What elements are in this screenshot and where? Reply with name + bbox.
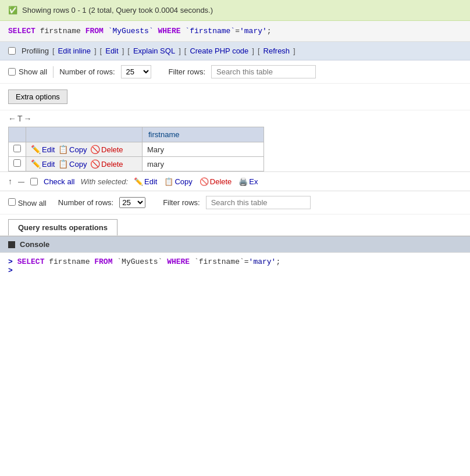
row2-edit-link[interactable]: ✏️ Edit: [31, 159, 55, 169]
sql-condition-col: `firstname`: [185, 27, 235, 35]
bulk-copy-icon: 📋: [164, 177, 173, 186]
console-prompt: >: [8, 257, 13, 266]
edit-icon-row2: ✏️: [31, 159, 41, 169]
row1-checkbox-cell: [9, 142, 26, 157]
edit-inline-link[interactable]: Edit inline: [58, 46, 91, 55]
table-section: ← T → firstname ✏️ Edit: [0, 110, 470, 171]
console-cursor-line: >: [8, 266, 462, 275]
copy-icon-row2: 📋: [58, 159, 68, 169]
sort-line-icon: —: [18, 178, 24, 185]
bulk-edit-icon: ✏️: [134, 177, 143, 186]
num-rows-bottom-label: Number of rows:: [58, 198, 113, 207]
num-rows-label: Number of rows:: [59, 67, 115, 76]
row1-actions-cell: ✏️ Edit 📋 Copy 🚫 Delete: [26, 142, 143, 157]
delete-icon-row2: 🚫: [90, 159, 100, 169]
check-all-link[interactable]: Check all: [44, 177, 74, 186]
query-results-section: Query results operations: [0, 214, 470, 236]
console-icon: [8, 241, 15, 248]
data-table: firstname ✏️ Edit 📋 Copy: [8, 127, 264, 171]
row2-value-cell: mary: [143, 157, 264, 171]
check-all-checkbox[interactable]: [30, 178, 38, 185]
col-resize-header: ← T →: [8, 110, 470, 127]
table-header-actions-col: [26, 127, 143, 142]
delete-icon-row1: 🚫: [90, 145, 100, 154]
profiling-label: Profiling: [22, 46, 49, 55]
col-resize-center-icon: T: [17, 114, 23, 123]
bulk-copy-link[interactable]: 📋 Copy: [164, 177, 192, 186]
console-tbl: `MyGuests`: [117, 257, 167, 266]
sql-semi: ;: [267, 27, 272, 35]
console-sql-line: > SELECT firstname FROM `MyGuests` WHERE…: [8, 257, 462, 266]
num-rows-select[interactable]: 25 50 100 250 500: [121, 65, 151, 78]
console-cursor: >: [8, 266, 13, 275]
sql-table-name: `MyGuests`: [108, 27, 154, 35]
query-results-tab[interactable]: Query results operations: [8, 219, 117, 235]
edit-link[interactable]: Edit: [105, 46, 118, 55]
sql-from-keyword: FROM: [86, 27, 104, 35]
console-cond: `firstname`=: [194, 257, 249, 266]
sql-select-keyword: SELECT: [8, 27, 35, 35]
row2-actions-cell: ✏️ Edit 📋 Copy 🚫 Delete: [26, 157, 143, 171]
sql-display: SELECT firstname FROM `MyGuests` WHERE `…: [0, 21, 470, 42]
table-header-checkbox-col: [9, 127, 26, 142]
bulk-edit-link[interactable]: ✏️ Edit: [134, 177, 157, 186]
show-all-label[interactable]: Show all: [8, 67, 47, 76]
sql-col-value: firstname: [40, 27, 81, 35]
console-select-kw: SELECT: [17, 257, 45, 266]
table-header-firstname: firstname: [143, 127, 264, 142]
table-row: ✏️ Edit 📋 Copy 🚫 Delete Mary: [9, 142, 264, 157]
row2-delete-link[interactable]: 🚫 Delete: [90, 159, 123, 169]
row1-copy-link[interactable]: 📋 Copy: [58, 145, 87, 154]
row1-edit-link[interactable]: ✏️ Edit: [31, 145, 55, 154]
profiling-bar: Profiling [ Edit inline ] [ Edit ] [ Exp…: [0, 42, 470, 60]
row2-checkbox-cell: [9, 157, 26, 171]
top-toolbar: Show all Number of rows: 25 50 100 250 5…: [0, 60, 470, 84]
copy-icon-row1: 📋: [58, 145, 68, 154]
num-rows-bottom-select[interactable]: 25 50 100 250 500: [119, 197, 145, 208]
search-input-bottom[interactable]: [206, 196, 311, 209]
sort-icon: ↑: [8, 177, 12, 186]
sql-equals: =: [235, 27, 240, 35]
col-resize-left-icon[interactable]: ←: [8, 114, 16, 123]
success-icon: ✅: [8, 6, 17, 15]
search-input-top[interactable]: [211, 65, 316, 78]
filter-rows-bottom-label: Filter rows:: [163, 198, 200, 207]
profiling-checkbox[interactable]: [8, 47, 16, 55]
show-all-checkbox[interactable]: [8, 68, 16, 76]
sql-condition-val: 'mary': [240, 27, 267, 35]
refresh-link[interactable]: Refresh: [264, 46, 290, 55]
extra-options-section: Extra options: [0, 84, 470, 110]
explain-sql-link[interactable]: Explain SQL: [133, 46, 175, 55]
console-from-kw: FROM: [94, 257, 112, 266]
show-all-bottom-checkbox[interactable]: [8, 198, 16, 206]
bulk-export-icon: 🖨️: [238, 177, 248, 186]
row1-checkbox[interactable]: [13, 145, 21, 152]
row1-delete-link[interactable]: 🚫 Delete: [90, 145, 123, 154]
bottom-action-row: ↑ — Check all With selected: ✏️ Edit 📋 C…: [0, 171, 470, 191]
status-message: Showing rows 0 - 1 (2 total, Query took …: [22, 6, 213, 15]
console-output[interactable]: > SELECT firstname FROM `MyGuests` WHERE…: [0, 252, 470, 287]
extra-options-button[interactable]: Extra options: [8, 90, 67, 104]
row2-checkbox[interactable]: [13, 159, 21, 167]
edit-icon-row1: ✏️: [31, 145, 41, 154]
toolbar-separator: [53, 66, 54, 78]
success-bar: ✅ Showing rows 0 - 1 (2 total, Query too…: [0, 0, 470, 21]
row2-copy-link[interactable]: 📋 Copy: [58, 159, 87, 169]
create-php-link[interactable]: Create PHP code: [190, 46, 248, 55]
bulk-delete-link[interactable]: 🚫 Delete: [200, 177, 232, 186]
row1-value-cell: Mary: [143, 142, 264, 157]
console-col: firstname: [49, 257, 94, 266]
bulk-export-link[interactable]: 🖨️ Ex: [238, 177, 258, 186]
sql-where-keyword: WHERE: [158, 27, 181, 35]
console-label: Console: [20, 240, 49, 249]
with-selected-label: With selected:: [80, 177, 128, 186]
show-all-bottom-label[interactable]: Show all: [8, 198, 47, 207]
bottom-toolbar: Show all Number of rows: 25 50 100 250 5…: [0, 191, 470, 214]
col-resize-right-icon[interactable]: →: [24, 114, 32, 123]
console-section: Console: [0, 236, 470, 252]
table-row: ✏️ Edit 📋 Copy 🚫 Delete mary: [9, 157, 264, 171]
filter-rows-label: Filter rows:: [169, 67, 206, 76]
console-where-kw: WHERE: [167, 257, 190, 266]
console-val: 'mary': [249, 257, 276, 266]
bulk-delete-icon: 🚫: [200, 177, 209, 186]
